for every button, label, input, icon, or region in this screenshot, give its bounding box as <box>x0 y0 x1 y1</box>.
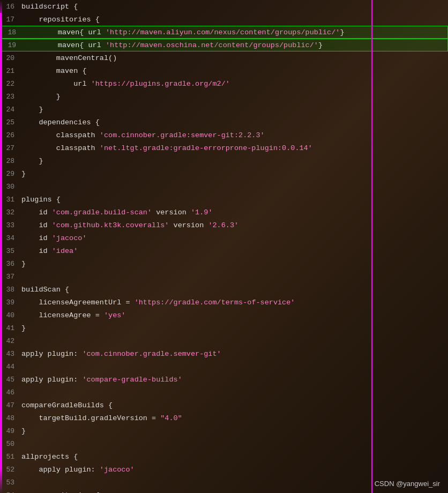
token: repositories { <box>21 16 100 24</box>
token: } <box>21 106 43 114</box>
code-line-22: 22 url 'https://plugins.gradle.org/m2/' <box>0 77 448 90</box>
line-number: 26 <box>0 131 19 139</box>
line-number: 20 <box>0 54 19 62</box>
line-number: 21 <box>0 67 19 75</box>
code-line-31: 31plugins { <box>0 193 448 206</box>
code-line-43: 43apply plugin: 'com.cinnober.gradle.sem… <box>0 347 448 360</box>
line-number: 36 <box>0 260 19 268</box>
token: maven{ url <box>23 41 106 49</box>
token: 'net.ltgt.gradle:gradle-errorprone-plugi… <box>100 144 312 152</box>
code-line-20: 20 mavenCentral() <box>0 51 448 64</box>
code-line-36: 36} <box>0 257 448 270</box>
line-content: buildscript { <box>19 3 448 11</box>
line-number: 16 <box>0 3 19 11</box>
line-number: 33 <box>0 221 19 229</box>
token: 'https://plugins.gradle.org/m2/' <box>91 80 230 88</box>
token: 'idea' <box>52 247 78 255</box>
code-line-51: 51allprojects { <box>0 450 448 463</box>
token: 'compare-gradle-builds' <box>82 376 182 384</box>
line-content: } <box>19 157 448 165</box>
line-number: 53 <box>0 479 19 487</box>
token: 'jacoco' <box>52 234 87 242</box>
code-line-27: 27 classpath 'net.ltgt.gradle:gradle-err… <box>0 141 448 154</box>
line-content: targetBuild.gradleVersion = "4.0" <box>19 414 448 422</box>
line-number: 37 <box>0 273 19 281</box>
token: buildScan { <box>21 286 69 294</box>
token: } <box>21 427 26 435</box>
token: 'com.cinnober.gradle:semver-git:2.2.3' <box>100 131 265 139</box>
line-number: 17 <box>0 16 19 24</box>
code-line-46: 46 <box>0 386 448 399</box>
code-line-33: 33 id 'com.github.kt3k.coveralls' versio… <box>0 219 448 231</box>
token: } <box>21 93 61 101</box>
token: licenseAgree = <box>21 311 104 319</box>
line-content: id 'com.gradle.build-scan' version '1.9' <box>19 208 448 216</box>
token: plugins { <box>21 196 61 204</box>
line-content: apply plugin: 'compare-gradle-builds' <box>19 376 448 384</box>
code-line-18: 18 maven{ url 'http://maven.aliyun.com/n… <box>0 26 448 39</box>
line-number: 49 <box>0 427 19 435</box>
code-line-19: 19 maven{ url 'http://maven.oschina.net/… <box>0 39 448 51</box>
code-line-38: 38buildScan { <box>0 283 448 296</box>
line-number: 45 <box>0 376 19 384</box>
token: targetBuild.gradleVersion = <box>21 414 160 422</box>
line-number: 34 <box>0 234 19 242</box>
line-number: 41 <box>0 324 19 332</box>
token: 'com.gradle.build-scan' <box>52 208 152 216</box>
line-content: allprojects { <box>19 453 448 461</box>
left-accent-bar <box>0 0 2 493</box>
line-number: 19 <box>2 41 20 49</box>
line-number: 31 <box>0 196 19 204</box>
line-number: 43 <box>0 350 19 358</box>
token: id <box>21 247 52 255</box>
line-content: } <box>19 106 448 114</box>
token: 'com.cinnober.gradle.semver-git' <box>82 350 221 358</box>
token: url <box>21 80 91 88</box>
token: } <box>318 41 323 49</box>
line-content: dependencies { <box>19 118 448 126</box>
line-content: } <box>19 260 448 268</box>
token: dependencies { <box>21 118 100 126</box>
code-line-32: 32 id 'com.gradle.build-scan' version '1… <box>0 206 448 219</box>
code-editor: 16buildscript {17 repositories {18 maven… <box>0 0 448 493</box>
token: classpath <box>21 131 100 139</box>
token: 'http://maven.aliyun.com/nexus/content/g… <box>106 28 340 36</box>
line-content: id 'idea' <box>19 247 448 255</box>
line-content: repositories { <box>19 491 448 494</box>
token: 'https://gradle.com/terms-of-service' <box>135 298 295 307</box>
token: version <box>169 221 208 229</box>
token: apply plugin: <box>21 350 82 358</box>
token: 'yes' <box>104 311 126 319</box>
line-number: 23 <box>0 93 19 101</box>
line-number: 28 <box>0 157 19 165</box>
code-line-30: 30 <box>0 180 448 193</box>
token: mavenCentral() <box>21 54 117 62</box>
line-content: id 'jacoco' <box>19 234 448 242</box>
code-line-26: 26 classpath 'com.cinnober.gradle:semver… <box>0 129 448 141</box>
line-number: 25 <box>0 118 19 126</box>
line-content: maven{ url 'http://maven.aliyun.com/nexu… <box>20 28 447 36</box>
token: version <box>152 208 191 216</box>
code-line-16: 16buildscript { <box>0 0 448 13</box>
line-content: url 'https://plugins.gradle.org/m2/' <box>19 80 448 88</box>
code-line-49: 49} <box>0 424 448 437</box>
line-content: apply plugin: 'com.cinnober.gradle.semve… <box>19 350 448 358</box>
token: } <box>21 157 43 165</box>
token: id <box>21 208 52 216</box>
line-number: 48 <box>0 414 19 422</box>
code-line-50: 50 <box>0 437 448 450</box>
token: maven{ url <box>23 28 106 36</box>
line-number: 39 <box>0 298 19 307</box>
line-number: 30 <box>0 183 19 191</box>
code-line-45: 45apply plugin: 'compare-gradle-builds' <box>0 373 448 386</box>
line-content: } <box>19 324 448 332</box>
token: classpath <box>21 144 100 152</box>
line-number: 46 <box>0 389 19 397</box>
line-number: 42 <box>0 337 19 345</box>
line-content: plugins { <box>19 196 448 204</box>
line-content: repositories { <box>19 16 448 24</box>
line-content: id 'com.github.kt3k.coveralls' version '… <box>19 221 448 229</box>
line-number: 50 <box>0 440 19 448</box>
line-content: apply plugin: 'jacoco' <box>19 466 448 474</box>
token: apply plugin: <box>21 466 100 474</box>
